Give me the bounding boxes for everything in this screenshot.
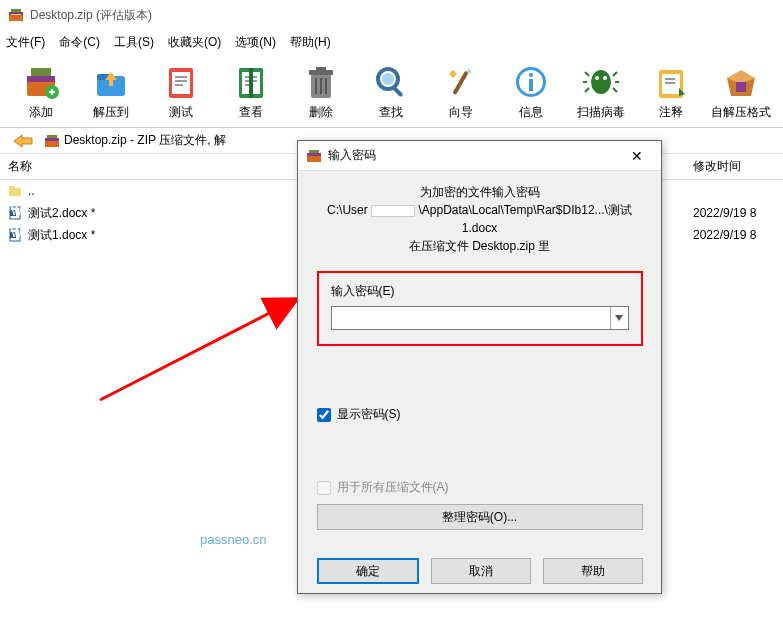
menubar: 文件(F) 命令(C) 工具(S) 收藏夹(O) 选项(N) 帮助(H) bbox=[0, 30, 783, 54]
toolbar-delete[interactable]: 删除 bbox=[286, 58, 356, 127]
winrar-icon bbox=[306, 148, 322, 164]
redacted-segment bbox=[371, 205, 415, 217]
svg-rect-44 bbox=[665, 82, 675, 84]
close-button[interactable]: ✕ bbox=[621, 148, 653, 164]
svg-rect-50 bbox=[9, 186, 15, 189]
svg-point-38 bbox=[591, 70, 611, 94]
svg-rect-26 bbox=[316, 67, 326, 71]
window-titlebar: Desktop.zip (评估版本) bbox=[0, 0, 783, 30]
toolbar-test[interactable]: 测试 bbox=[146, 58, 216, 127]
svg-rect-37 bbox=[529, 79, 533, 91]
show-password-row[interactable]: 显示密码(S) bbox=[317, 406, 643, 423]
svg-rect-32 bbox=[392, 86, 403, 97]
svg-rect-15 bbox=[175, 76, 187, 78]
menu-options[interactable]: 选项(N) bbox=[235, 34, 276, 51]
svg-rect-3 bbox=[11, 14, 21, 15]
svg-point-36 bbox=[529, 73, 533, 77]
password-group: 输入密码(E) bbox=[317, 271, 643, 346]
toolbar-find-label: 查找 bbox=[379, 104, 403, 121]
toolbar-wizard[interactable]: 向导 bbox=[426, 58, 496, 127]
up-button[interactable] bbox=[6, 131, 40, 151]
menu-help[interactable]: 帮助(H) bbox=[290, 34, 331, 51]
winrar-icon bbox=[8, 7, 24, 23]
dialog-titlebar: 输入密码 ✕ bbox=[298, 141, 661, 171]
docx-icon: W bbox=[8, 228, 22, 242]
svg-rect-45 bbox=[736, 82, 746, 92]
svg-rect-12 bbox=[109, 78, 113, 86]
toolbar-wizard-label: 向导 bbox=[449, 104, 473, 121]
window-title: Desktop.zip (评估版本) bbox=[30, 7, 152, 24]
menu-tools[interactable]: 工具(S) bbox=[114, 34, 154, 51]
toolbar-sfx[interactable]: 自解压格式 bbox=[706, 58, 776, 127]
svg-rect-49 bbox=[9, 188, 21, 196]
toolbar-virus-label: 扫描病毒 bbox=[577, 104, 625, 121]
use-all-row[interactable]: 用于所有压缩文件(A) bbox=[317, 479, 643, 496]
show-password-checkbox[interactable] bbox=[317, 408, 331, 422]
svg-text:W: W bbox=[11, 206, 22, 218]
help-button[interactable]: 帮助 bbox=[543, 558, 643, 584]
toolbar-extract[interactable]: 解压到 bbox=[76, 58, 146, 127]
watermark-text: passneo.cn bbox=[200, 532, 267, 547]
svg-rect-29 bbox=[325, 78, 327, 94]
toolbar-view[interactable]: 查看 bbox=[216, 58, 286, 127]
svg-rect-59 bbox=[307, 153, 321, 156]
svg-rect-5 bbox=[27, 76, 55, 82]
svg-point-31 bbox=[382, 73, 394, 85]
svg-rect-23 bbox=[249, 68, 253, 98]
password-dropdown[interactable] bbox=[610, 307, 628, 329]
toolbar-view-label: 查看 bbox=[239, 104, 263, 121]
use-all-label: 用于所有压缩文件(A) bbox=[337, 479, 449, 496]
dialog-buttons: 确定 取消 帮助 bbox=[317, 558, 643, 584]
toolbar-info-label: 信息 bbox=[519, 104, 543, 121]
svg-line-57 bbox=[100, 300, 295, 400]
show-password-label: 显示密码(S) bbox=[337, 406, 401, 423]
svg-rect-2 bbox=[11, 9, 21, 12]
menu-file[interactable]: 文件(F) bbox=[6, 34, 45, 51]
svg-rect-6 bbox=[31, 68, 51, 76]
menu-favorites[interactable]: 收藏夹(O) bbox=[168, 34, 221, 51]
use-all-checkbox[interactable] bbox=[317, 481, 331, 495]
password-input[interactable] bbox=[332, 307, 610, 329]
file-date: 2022/9/19 8 bbox=[693, 228, 783, 242]
annotation-arrow bbox=[95, 290, 315, 410]
toolbar-comment-label: 注释 bbox=[659, 104, 683, 121]
svg-rect-60 bbox=[309, 150, 319, 153]
password-dialog: 输入密码 ✕ 为加密的文件输入密码 C:\User \AppData\Local… bbox=[297, 140, 662, 594]
svg-rect-27 bbox=[315, 78, 317, 94]
toolbar-delete-label: 删除 bbox=[309, 104, 333, 121]
dialog-text-3: 在压缩文件 Desktop.zip 里 bbox=[409, 237, 550, 255]
organize-passwords-button[interactable]: 整理密码(O)... bbox=[317, 504, 643, 530]
col-date[interactable]: 修改时间 bbox=[693, 158, 783, 175]
password-field-wrap bbox=[331, 306, 629, 330]
toolbar-add[interactable]: 添加 bbox=[6, 58, 76, 127]
svg-rect-17 bbox=[175, 84, 183, 86]
breadcrumb-path: Desktop.zip - ZIP 压缩文件, 解 bbox=[64, 132, 226, 149]
toolbar-test-label: 测试 bbox=[169, 104, 193, 121]
archive-icon bbox=[44, 133, 60, 149]
toolbar-virus-scan[interactable]: 扫描病毒 bbox=[566, 58, 636, 127]
svg-rect-47 bbox=[45, 138, 59, 141]
toolbar-comment[interactable]: 注释 bbox=[636, 58, 706, 127]
ok-button[interactable]: 确定 bbox=[317, 558, 419, 584]
svg-rect-48 bbox=[47, 135, 57, 138]
svg-point-39 bbox=[595, 76, 599, 80]
dialog-title: 输入密码 bbox=[328, 147, 615, 164]
svg-text:W: W bbox=[11, 228, 22, 240]
folder-up-icon bbox=[8, 184, 22, 198]
toolbar-info[interactable]: 信息 bbox=[496, 58, 566, 127]
svg-rect-43 bbox=[665, 78, 675, 80]
toolbar-extract-label: 解压到 bbox=[93, 104, 129, 121]
svg-rect-28 bbox=[320, 78, 322, 94]
menu-command[interactable]: 命令(C) bbox=[59, 34, 100, 51]
svg-rect-16 bbox=[175, 80, 187, 82]
toolbar-add-label: 添加 bbox=[29, 104, 53, 121]
toolbar-find[interactable]: 查找 bbox=[356, 58, 426, 127]
docx-icon: W bbox=[8, 206, 22, 220]
svg-rect-14 bbox=[172, 72, 190, 94]
toolbar-sfx-label: 自解压格式 bbox=[711, 104, 771, 121]
toolbar: 添加 解压到 测试 查看 删除 查找 向导 信息 扫描病毒 注释 自解压格式 bbox=[0, 54, 783, 128]
svg-rect-9 bbox=[51, 89, 53, 95]
dialog-text-2: C:\User \AppData\Local\Temp\Rar$DIb12...… bbox=[318, 201, 641, 237]
password-label: 输入密码(E) bbox=[331, 283, 629, 300]
cancel-button[interactable]: 取消 bbox=[431, 558, 531, 584]
